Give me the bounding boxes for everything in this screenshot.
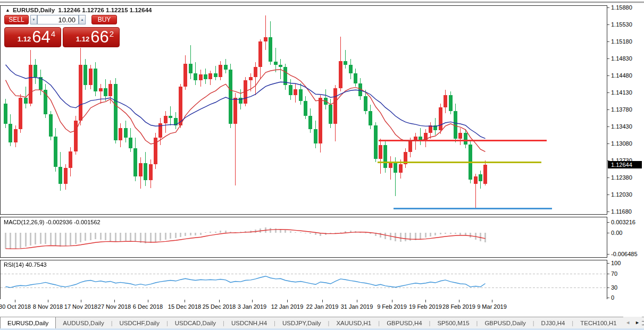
ask-pip-digit: 2 [110, 29, 114, 38]
price-tick-mark [607, 41, 609, 42]
macd-tick-mark [607, 222, 609, 223]
ask-prefix: 1.12 [76, 35, 89, 43]
macd-label: MACD(12,26,9) -0.002936 -0.001562 [4, 219, 101, 225]
time-tick-mark [492, 300, 492, 302]
tab-scroll-controls: ◄ ► [623, 317, 642, 328]
price-tick-mark [607, 92, 609, 93]
price-tick-mark [607, 24, 609, 25]
chart-tab-gbpusd-h4[interactable]: GBPUSD,H4 [380, 317, 429, 328]
macd-tick-label: 0.00 [611, 230, 622, 236]
price-tick-mark [607, 58, 609, 59]
rsi-label: RSI(14) 40.7543 [4, 261, 47, 268]
time-tick-mark [322, 300, 323, 302]
chart-tab-dj30-h4[interactable]: DJ30,H4 [534, 317, 572, 328]
bid-pip-digit: 4 [51, 29, 55, 38]
chart-tab-usdcad-daily[interactable]: USDCAD,Daily [168, 317, 223, 328]
chart-tab-usdjpy-daily[interactable]: USDJPY,Daily [275, 317, 328, 328]
price-tick-mark [607, 177, 609, 178]
chart-tab-xauusd-h1[interactable]: XAUUSD,H1 [329, 317, 378, 328]
time-tick-mark [392, 300, 392, 302]
ask-big-digits: 66 [90, 30, 108, 45]
time-tick-mark [459, 300, 459, 302]
rsi-tick-mark [607, 298, 609, 298]
time-tick-label: 30 Oct 2018 [0, 303, 31, 310]
price-tick-mark [607, 109, 609, 110]
time-tick-mark [425, 300, 426, 302]
buy-button[interactable]: BUY [91, 15, 117, 24]
macd-tick-mark [607, 233, 609, 233]
time-tick-mark [148, 300, 148, 302]
triangle-up-icon: ▲ [81, 18, 84, 21]
sell-button[interactable]: SELL [4, 15, 29, 24]
macd-tick-label: -0.006485 [611, 251, 638, 257]
chart-tab-tech100-h1[interactable]: TECH100,H1 [573, 317, 623, 328]
trading-platform-window: ▲EURUSD,Daily 1.12246 1.12726 1.12215 1.… [0, 0, 644, 330]
time-tick-label: 22 Jan 2019 [306, 303, 339, 310]
price-tick-label: 1.15880 [611, 4, 632, 11]
price-tick-label: 1.13430 [611, 123, 632, 130]
symbol-ohlc-text: EURUSD,Daily 1.12246 1.12726 1.12215 1.1… [13, 7, 152, 13]
time-tick-mark [48, 300, 48, 302]
time-tick-label: 25 Dec 2018 [203, 303, 236, 310]
time-tick-mark [252, 300, 253, 302]
price-tick-label: 1.15530 [611, 21, 632, 28]
time-tick-label: 27 Nov 2018 [98, 303, 131, 310]
chart-tab-eurusd-daily[interactable]: EURUSD,Daily [0, 317, 56, 328]
chart-tab-sp500-m15[interactable]: SP500,M15 [430, 317, 476, 328]
time-tick-mark [114, 300, 115, 302]
time-tick-label: 19 Feb 2019 [409, 303, 442, 310]
time-tick-mark [287, 300, 288, 302]
chart-collapse-icon[interactable]: ▲ [5, 7, 10, 13]
rsi-tick-mark [607, 263, 609, 264]
time-tick-mark [219, 300, 220, 302]
macd-tick-mark [607, 254, 609, 255]
price-tick-mark [607, 7, 609, 8]
rsi-tick-label: 0 [611, 294, 614, 301]
price-tick-label: 1.12030 [611, 191, 632, 198]
price-tick-mark [607, 126, 609, 127]
tabs-scroll-right-icon[interactable]: ► [635, 320, 640, 325]
ask-price-panel[interactable]: 1.12 66 2 [63, 27, 120, 47]
chart-tab-gbpusd-daily[interactable]: GBPUSD,Daily [478, 317, 532, 328]
rsi-tick-label: 30 [611, 284, 617, 291]
time-tick-label: 8 Nov 2018 [33, 303, 63, 310]
price-tick-label: 1.13080 [611, 140, 632, 147]
macd-tick-label: 0.003216 [611, 219, 635, 225]
time-tick-label: 28 Feb 2019 [442, 303, 475, 310]
rsi-tick-label: 100 [611, 260, 621, 266]
chart-tab-usdchf-daily[interactable]: USDCHF,Daily [113, 317, 166, 328]
time-axis[interactable]: 30 Oct 20188 Nov 201817 Nov 201827 Nov 2… [0, 299, 607, 315]
time-tick-label: 6 Dec 2018 [133, 303, 163, 310]
price-tick-mark [607, 211, 609, 212]
tabs-scroll-left-icon[interactable]: ◄ [625, 320, 630, 325]
price-tick-label: 1.13780 [611, 106, 632, 113]
chart-tab-usdcnh-h4[interactable]: USDCNH,H4 [224, 317, 274, 328]
rsi-tick-label: 70 [611, 270, 617, 277]
one-click-trading-widget: SELL ▼ ▲ BUY 1.12 64 4 1.12 66 2 [4, 15, 120, 47]
time-tick-label: 9 Mar 2019 [477, 303, 507, 310]
time-tick-label: 31 Jan 2019 [341, 303, 373, 310]
triangle-down-icon: ▼ [32, 18, 36, 21]
price-axis[interactable]: 1.158801.155301.151801.148301.144801.141… [607, 5, 644, 300]
rsi-indicator-canvas[interactable] [0, 260, 607, 300]
chart-symbol-ohlc: ▲EURUSD,Daily 1.12246 1.12726 1.12215 1.… [5, 7, 152, 13]
time-tick-mark [81, 300, 81, 302]
time-tick-label: 3 Jan 2019 [238, 303, 266, 310]
current-price-badge: 1.12644 [608, 161, 642, 168]
time-tick-label: 12 Jan 2019 [271, 303, 304, 310]
bid-big-digits: 64 [32, 30, 50, 45]
price-tick-label: 1.14480 [611, 72, 632, 79]
chart-tab-audusd-daily[interactable]: AUDUSD,Daily [56, 317, 111, 328]
bid-price-panel[interactable]: 1.12 64 4 [4, 27, 61, 47]
time-tick-label: 17 Nov 2018 [64, 303, 97, 310]
price-tick-mark [607, 194, 609, 195]
price-tick-label: 1.15180 [611, 38, 632, 45]
volume-input[interactable] [37, 15, 79, 24]
price-tick-label: 1.14830 [611, 55, 632, 62]
top-window-strip [0, 0, 644, 5]
price-tick-mark [607, 75, 609, 76]
rsi-tick-mark [607, 287, 609, 288]
volume-decrease-button[interactable]: ▼ [30, 15, 37, 24]
volume-increase-button[interactable]: ▲ [79, 15, 86, 24]
time-tick-mark [357, 300, 357, 302]
